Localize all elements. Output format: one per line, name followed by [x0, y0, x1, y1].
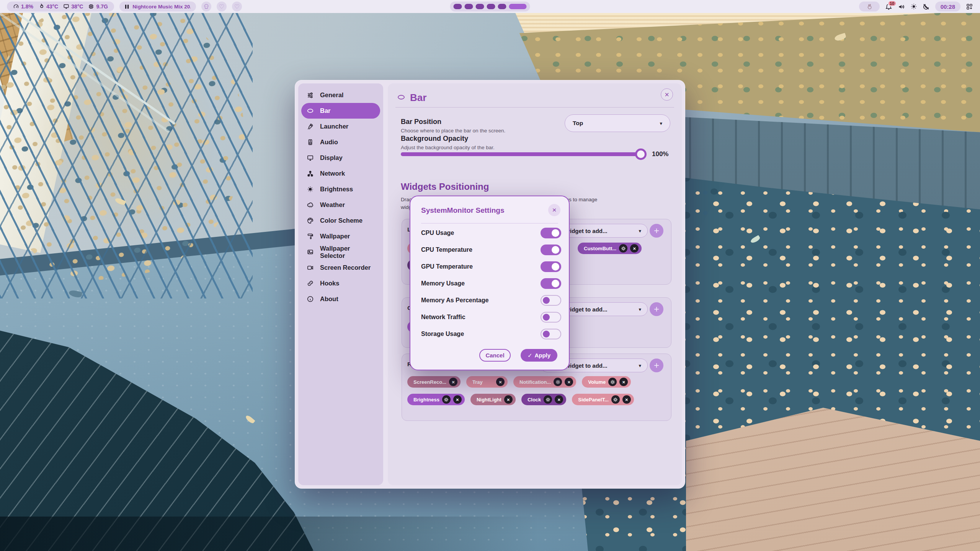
- widget-chip[interactable]: Brightness ×: [407, 394, 465, 405]
- skull-button[interactable]: [201, 2, 211, 11]
- divider: [421, 223, 558, 223]
- sidebar-item-label: Launcher: [320, 123, 348, 130]
- sidebar-item-bar[interactable]: Bar: [301, 103, 380, 119]
- remove-icon[interactable]: ×: [496, 378, 505, 386]
- remove-icon[interactable]: ×: [630, 244, 639, 253]
- heart-button[interactable]: ♡: [217, 2, 227, 11]
- dashboard-button[interactable]: [966, 3, 973, 10]
- memory-as-percentage-toggle[interactable]: [541, 295, 561, 306]
- gear-icon[interactable]: [608, 378, 617, 386]
- gear-icon[interactable]: [442, 395, 451, 404]
- memory-stat: 9.7G: [88, 3, 108, 10]
- sidebar-item-audio[interactable]: Audio: [301, 134, 380, 150]
- chip-label: Notification...: [519, 379, 551, 385]
- workspace-active[interactable]: [509, 4, 527, 9]
- remove-icon[interactable]: ×: [565, 378, 573, 386]
- gear-icon[interactable]: [544, 395, 552, 404]
- close-settings-button[interactable]: ×: [661, 88, 673, 101]
- workspace-dot-2[interactable]: [465, 4, 473, 9]
- night-light-off-button[interactable]: [923, 3, 930, 10]
- workspaces-indicator[interactable]: [450, 2, 530, 11]
- chip-label: Brightness: [413, 397, 439, 403]
- media-player-pill[interactable]: Nightcore Music Mix 20...: [119, 2, 196, 11]
- cancel-button[interactable]: Cancel: [479, 349, 511, 362]
- bar-position-dropdown[interactable]: Top ▾: [565, 114, 670, 132]
- sidebar-item-launcher[interactable]: Launcher: [301, 119, 380, 134]
- opacity-slider-thumb[interactable]: [635, 148, 647, 160]
- bar-position-value: Top: [573, 120, 583, 127]
- sidebar-item-wallpaper-selector[interactable]: Wallpaper Selector: [301, 244, 380, 260]
- sidebar-item-label: About: [320, 295, 338, 303]
- network-traffic-toggle[interactable]: [541, 312, 561, 323]
- cpu-temperature-toggle[interactable]: [541, 245, 561, 255]
- sidebar-item-label: Brightness: [320, 186, 353, 193]
- bar-page-icon: [397, 94, 405, 102]
- gear-icon[interactable]: [611, 395, 620, 404]
- settings-sidebar: General Bar Launcher Audio Display Netwo…: [298, 83, 383, 485]
- sidebar-item-label: Color Scheme: [320, 217, 363, 224]
- heart-button-2[interactable]: ♡: [232, 2, 242, 11]
- remove-icon[interactable]: ×: [453, 395, 462, 404]
- sidebar-item-color-scheme[interactable]: Color Scheme: [301, 213, 380, 228]
- cpu-usage-toggle[interactable]: [541, 228, 561, 238]
- toggle-label-cpu-usage: CPU Usage: [421, 230, 454, 236]
- apply-button[interactable]: ✓ Apply: [521, 349, 557, 362]
- volume-button[interactable]: [898, 3, 905, 10]
- widget-chip[interactable]: Volume ×: [582, 376, 631, 388]
- notifications-button[interactable]: 10: [885, 3, 892, 10]
- widget-chip[interactable]: NightLight ×: [470, 394, 516, 405]
- sidebar-item-label: Screen Recorder: [320, 264, 371, 271]
- sidebar-item-label: Display: [320, 154, 343, 161]
- toggle-label-network-traffic: Network Traffic: [421, 314, 466, 321]
- widget-chip[interactable]: Clock ×: [521, 394, 566, 405]
- right-add-widget-button[interactable]: +: [650, 359, 663, 372]
- opacity-slider[interactable]: [401, 152, 646, 156]
- sidebar-item-label: Hooks: [320, 280, 339, 287]
- center-add-widget-button[interactable]: +: [650, 302, 663, 316]
- chevron-down-icon: ▾: [639, 306, 641, 312]
- opacity-slider-fill: [401, 152, 646, 156]
- workspace-dot-3[interactable]: [476, 4, 484, 9]
- widget-chip[interactable]: SidePanelT... ×: [572, 394, 634, 405]
- widget-chip[interactable]: ScreenReco... ×: [407, 376, 461, 388]
- system-stats-pill: 1.8% 43°C 38°C 9.7G: [7, 2, 114, 11]
- clock[interactable]: 00:28: [935, 2, 960, 11]
- sidebar-item-screen-recorder[interactable]: Screen Recorder: [301, 260, 380, 276]
- bar-position-description: Choose where to place the bar on the scr…: [401, 128, 505, 134]
- remove-icon[interactable]: ×: [619, 378, 628, 386]
- left-add-widget-button[interactable]: +: [650, 224, 663, 238]
- widget-chip[interactable]: Notification... ×: [513, 376, 576, 388]
- sidebar-item-about[interactable]: About: [301, 291, 380, 307]
- chip-label: ScreenReco...: [413, 379, 446, 385]
- workspace-dot-1[interactable]: [454, 4, 462, 9]
- close-dialog-button[interactable]: ×: [548, 204, 560, 216]
- media-title: Nightcore Music Mix 20...: [132, 4, 191, 10]
- widget-chip[interactable]: CustomButt... ×: [578, 243, 642, 254]
- sidebar-item-weather[interactable]: Weather: [301, 197, 380, 213]
- gear-icon[interactable]: [554, 378, 562, 386]
- sidebar-item-display[interactable]: Display: [301, 150, 380, 166]
- monitor-icon: [63, 3, 69, 10]
- background-opacity-description: Adjust the background opacity of the bar…: [401, 145, 495, 150]
- brightness-button[interactable]: [910, 3, 917, 10]
- chip-label: CustomButt...: [584, 246, 616, 251]
- memory-usage-toggle[interactable]: [541, 278, 561, 289]
- remove-icon[interactable]: ×: [449, 378, 457, 386]
- pause-icon: [125, 4, 129, 9]
- remove-icon[interactable]: ×: [555, 395, 563, 404]
- chip-icon: [88, 3, 94, 10]
- gpu-temperature-toggle[interactable]: [541, 261, 561, 272]
- remove-icon[interactable]: ×: [622, 395, 631, 404]
- sidebar-item-general[interactable]: General: [301, 87, 380, 103]
- sidebar-item-network[interactable]: Network: [301, 166, 380, 181]
- remove-icon[interactable]: ×: [504, 395, 513, 404]
- sidebar-item-brightness[interactable]: Brightness: [301, 181, 380, 197]
- storage-usage-toggle[interactable]: [541, 329, 561, 339]
- sidebar-item-hooks[interactable]: Hooks: [301, 276, 380, 291]
- widget-chip[interactable]: Tray ×: [466, 376, 508, 388]
- sidebar-item-wallpaper[interactable]: Wallpaper: [301, 228, 380, 244]
- workspace-dot-4[interactable]: [487, 4, 495, 9]
- gear-icon[interactable]: [619, 244, 627, 253]
- workspace-dot-5[interactable]: [498, 4, 506, 9]
- hand-gesture-button[interactable]: [859, 2, 880, 11]
